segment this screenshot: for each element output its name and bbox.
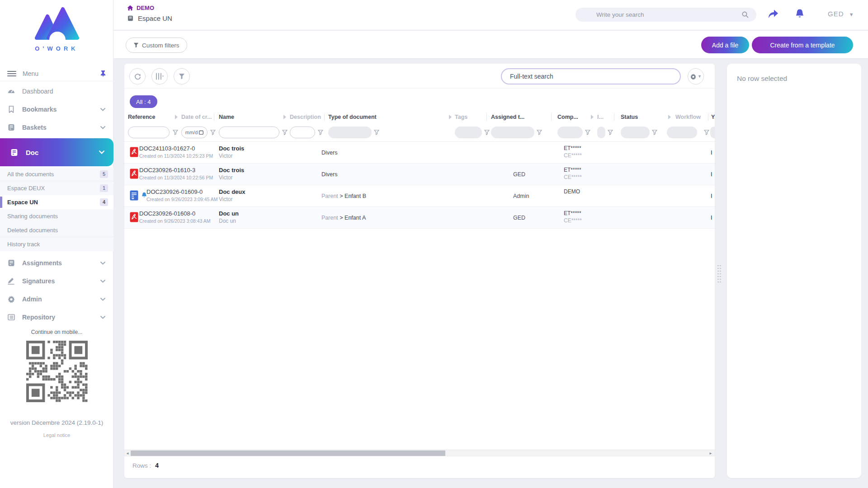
column-filter-icon[interactable] xyxy=(484,130,490,135)
repository-icon xyxy=(7,313,15,321)
document-created: Created on 11/3/2024 10:25:23 PM xyxy=(139,153,213,159)
column-filter-icon[interactable] xyxy=(537,130,542,135)
sidebar-item-sharing-documents[interactable]: Sharing documents xyxy=(0,209,113,223)
sidebar-item-espace-deux[interactable]: Espace DEUX 1 xyxy=(0,181,113,195)
reference-filter-field[interactable] xyxy=(128,127,169,138)
share-icon[interactable] xyxy=(767,8,779,20)
document-created: Created on 9/26/2023 3:09:45 AM xyxy=(146,197,218,202)
date-filter-input[interactable]: mm/d xyxy=(181,127,208,138)
expand-column-icon[interactable] xyxy=(449,115,452,119)
company-cell: ET*****CE***** xyxy=(564,167,582,180)
column-header-status[interactable]: Status xyxy=(621,114,638,120)
column-separator xyxy=(486,113,487,121)
column-filter-icon[interactable] xyxy=(704,130,709,135)
column-header-tags[interactable]: Tags xyxy=(455,114,467,120)
basket-icon xyxy=(7,123,15,131)
scrollbar-thumb[interactable] xyxy=(131,450,445,456)
column-filter-icon[interactable] xyxy=(652,130,657,135)
global-search-input[interactable] xyxy=(576,8,756,22)
tab-all[interactable]: All : 4 xyxy=(130,95,157,108)
sidebar-item-repository[interactable]: Repository xyxy=(0,308,113,326)
assigned-filter-input-disabled xyxy=(491,127,534,138)
sidebar-item-deleted-documents[interactable]: Deleted documents xyxy=(0,223,113,237)
column-header-date-of-creation[interactable]: Date of cr... xyxy=(181,114,212,120)
reference-cell: DOC230926-01608-0 Created on 9/26/2023 3… xyxy=(139,210,211,224)
column-header-name[interactable]: Name xyxy=(219,114,234,120)
document-subtitle: Victor xyxy=(219,196,245,202)
column-header-company[interactable]: Comp... xyxy=(557,114,578,120)
column-filter-icon[interactable] xyxy=(282,130,288,135)
sidebar-item-history-track[interactable]: History track xyxy=(0,237,113,251)
sidebar-item-all-documents[interactable]: All the documents 5 xyxy=(0,167,113,181)
name-filter-field[interactable] xyxy=(219,127,279,138)
count-badge: 1 xyxy=(100,184,108,192)
expand-column-icon[interactable] xyxy=(591,115,594,119)
grid-settings-button[interactable]: ▼ xyxy=(688,68,704,84)
table-row[interactable]: w DOC230926-01609-0 Created on 9/26/2023… xyxy=(124,185,715,207)
table-row[interactable]: DOC230926-01608-0 Created on 9/26/2023 3… xyxy=(124,207,715,229)
breadcrumb-root[interactable]: DEMO xyxy=(127,5,172,11)
expand-column-icon[interactable] xyxy=(668,115,671,119)
pin-icon[interactable] xyxy=(100,70,106,77)
expand-column-icon[interactable] xyxy=(283,115,286,119)
sidebar-item-signatures[interactable]: Signatures xyxy=(0,272,113,290)
column-filter-icon[interactable] xyxy=(374,130,379,135)
filter-button[interactable] xyxy=(174,68,190,84)
sidebar-item-doc[interactable]: Doc xyxy=(0,138,113,166)
name-filter-input[interactable] xyxy=(219,127,279,138)
doc-submenu: All the documents 5 Espace DEUX 1 Espace… xyxy=(0,167,113,251)
refresh-button[interactable] xyxy=(129,68,146,84)
document-created: Created on 9/26/2023 3:08:43 AM xyxy=(139,218,211,224)
submenu-label: All the documents xyxy=(7,171,100,178)
panel-resize-handle[interactable] xyxy=(717,264,722,284)
description-filter-field[interactable] xyxy=(290,127,315,138)
column-header-assigned-to[interactable]: Assigned t... xyxy=(491,114,524,120)
user-menu[interactable]: GED ▼ xyxy=(828,10,854,18)
column-header-y[interactable]: Y... xyxy=(711,114,715,120)
sidebar-item-assignments[interactable]: Assignments xyxy=(0,254,113,272)
column-header-workflow[interactable]: Workflow xyxy=(675,114,701,120)
column-filter-icon[interactable] xyxy=(608,130,613,135)
table-row[interactable]: DOC241103-01627-0 Created on 11/3/2024 1… xyxy=(124,142,715,164)
legal-notice-link[interactable]: Legal notice xyxy=(0,432,113,438)
reference-filter-input[interactable] xyxy=(128,127,170,138)
column-filter-icon[interactable] xyxy=(585,130,590,135)
column-filter-icon[interactable] xyxy=(318,130,323,135)
column-header-reference[interactable]: Reference xyxy=(128,114,155,120)
grid-filter-row: mm/d xyxy=(124,124,715,142)
create-from-template-button[interactable]: Create from a template xyxy=(752,37,853,53)
column-header-type-of-document[interactable]: Type of document xyxy=(328,114,377,120)
chevron-down-icon xyxy=(100,280,105,283)
columns-button[interactable] xyxy=(151,68,168,84)
column-header-description[interactable]: Description xyxy=(290,114,321,120)
column-filter-icon[interactable] xyxy=(173,130,178,135)
scroll-right-arrow[interactable]: ► xyxy=(708,450,714,456)
hamburger-icon[interactable] xyxy=(7,70,16,77)
pdf-file-icon xyxy=(130,212,138,222)
column-separator xyxy=(614,113,614,121)
description-filter-input[interactable] xyxy=(290,127,315,138)
horizontal-scrollbar[interactable]: ◄ ► xyxy=(124,450,715,456)
notifications-bell-icon[interactable] xyxy=(794,8,806,20)
sidebar-item-label: Assignments xyxy=(22,259,100,267)
chevron-down-icon xyxy=(100,126,105,129)
document-subtitle: Victor xyxy=(219,174,244,181)
signature-pen-icon xyxy=(7,277,15,285)
sidebar-item-bookmarks[interactable]: Bookmarks xyxy=(0,100,113,118)
search-icon[interactable] xyxy=(742,11,749,18)
custom-filters-button[interactable]: Custom filters xyxy=(126,38,187,53)
column-header-i[interactable]: I... xyxy=(597,114,604,120)
column-filter-icon[interactable] xyxy=(210,130,216,135)
fulltext-search-input[interactable] xyxy=(501,68,681,84)
sidebar-item-baskets[interactable]: Baskets xyxy=(0,118,113,136)
word-file-icon: w xyxy=(130,190,138,201)
scroll-left-arrow[interactable]: ◄ xyxy=(124,450,131,456)
sidebar-item-espace-un[interactable]: Espace UN 4 xyxy=(0,195,113,209)
name-cell: Doc trois Victor xyxy=(219,145,244,159)
clipped-cell: I xyxy=(711,150,712,156)
sidebar-item-admin[interactable]: Admin xyxy=(0,290,113,308)
expand-column-icon[interactable] xyxy=(175,115,178,119)
sidebar-item-dashboard[interactable]: Dashboard xyxy=(0,82,113,100)
table-row[interactable]: DOC230926-01610-3 Created on 11/3/2024 1… xyxy=(124,164,715,185)
add-file-button[interactable]: Add a file xyxy=(701,37,749,53)
